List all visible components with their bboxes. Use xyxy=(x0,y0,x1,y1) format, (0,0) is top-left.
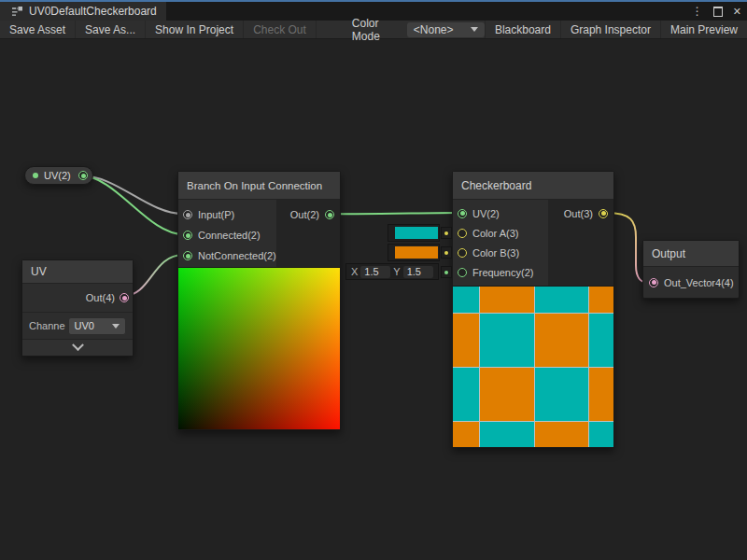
frequency-connector-chip xyxy=(441,266,452,278)
port-frequency[interactable] xyxy=(458,268,467,277)
checker-cell xyxy=(480,287,534,313)
channel-value: UV0 xyxy=(75,320,94,331)
port-label-out4: Out(4) xyxy=(86,292,115,303)
window-maximize-icon[interactable] xyxy=(713,7,723,17)
checkerboard-inputs: UV(2) Color A(3) Color B(3) Frequency(2) xyxy=(453,200,548,286)
checker-cell xyxy=(453,314,479,367)
port-label-frequency: Frequency(2) xyxy=(472,267,533,278)
node-uv[interactable]: UV Out(4) Channe UV0 xyxy=(21,259,134,357)
node-uv2-collapsed[interactable]: UV(2) xyxy=(24,166,93,185)
channel-dropdown[interactable]: UV0 xyxy=(68,317,126,335)
window-more-icon[interactable]: ⋮ xyxy=(692,6,703,17)
frequency-connector-dot xyxy=(444,271,448,274)
node-output-header[interactable]: Output xyxy=(643,241,739,267)
checker-cell xyxy=(453,287,479,313)
checker-cell xyxy=(453,422,479,447)
edge-uv2-to-connected[interactable] xyxy=(80,175,183,234)
port-label-color-b: Color B(3) xyxy=(472,247,519,259)
checker-cell xyxy=(589,422,613,447)
port-label-notconnected: NotConnected(2) xyxy=(198,250,276,261)
color-b-field[interactable] xyxy=(388,244,440,261)
save-asset-button[interactable]: Save Asset xyxy=(0,21,76,38)
checkerboard-input-row: Color A(3) xyxy=(453,223,548,243)
color-mode-dropdown[interactable]: <None> xyxy=(407,22,485,37)
port-input-p[interactable] xyxy=(183,210,192,219)
preview-state-dot xyxy=(33,173,38,178)
checkerboard-output-row: Out(3) xyxy=(564,203,608,223)
port-label-color-a: Color A(3) xyxy=(472,228,519,239)
checker-cell xyxy=(480,368,534,421)
main-preview-toggle-button[interactable]: Main Preview xyxy=(660,21,747,38)
branch-input-row: Connected(2) xyxy=(178,225,276,245)
port-color-b[interactable] xyxy=(458,248,467,258)
node-output[interactable]: Output Out_Vector4(4) xyxy=(642,240,740,299)
frequency-y-label: Y xyxy=(393,266,400,277)
checkerboard-input-row: UV(2) xyxy=(453,203,548,223)
checker-cell xyxy=(535,368,588,421)
blackboard-toggle-button[interactable]: Blackboard xyxy=(485,21,560,38)
node-uv-header[interactable]: UV xyxy=(22,260,133,284)
shader-graph-icon xyxy=(11,6,23,18)
node-uv-out-row: Out(4) xyxy=(22,284,133,312)
frequency-y-input[interactable] xyxy=(403,266,433,278)
color-b-connector-chip xyxy=(441,246,452,259)
edge-uv2-to-input[interactable] xyxy=(80,175,183,214)
node-checkerboard-header[interactable]: Checkerboard xyxy=(453,172,613,200)
color-a-swatch[interactable] xyxy=(395,227,438,239)
shader-graph-window: UV0DefaultCheckerboard ⋮ ✕ Save Asset Sa… xyxy=(0,0,747,560)
checkerboard-outputs: Out(3) xyxy=(548,200,613,286)
color-a-connector-chip xyxy=(441,227,452,239)
frequency-field: X Y xyxy=(345,263,439,280)
color-b-swatch[interactable] xyxy=(395,246,438,259)
checker-cell xyxy=(453,368,479,421)
dropdown-arrow-icon xyxy=(471,27,478,32)
edge-branchout-to-checkeruv[interactable] xyxy=(332,213,457,214)
graph-inspector-toggle-button[interactable]: Graph Inspector xyxy=(560,21,660,38)
port-label-out-vector4: Out_Vector4(4) xyxy=(664,277,734,288)
checker-cell xyxy=(589,368,613,421)
branch-outputs: Out(2) xyxy=(276,200,340,267)
save-as-button[interactable]: Save As... xyxy=(76,21,146,38)
port-label-out3: Out(3) xyxy=(564,208,593,219)
checker-cell xyxy=(589,287,613,313)
branch-inputs: Input(P) Connected(2) NotConnected(2) xyxy=(178,200,276,267)
branch-node-preview xyxy=(178,267,340,429)
port-color-a[interactable] xyxy=(458,229,467,238)
port-label-out2: Out(2) xyxy=(290,209,319,220)
toolbar-right-group: Blackboard Graph Inspector Main Preview xyxy=(485,21,747,38)
checkerboard-node-preview xyxy=(453,286,613,447)
port-branch-out2[interactable] xyxy=(325,210,334,219)
node-branch-header[interactable]: Branch On Input Connection xyxy=(178,172,340,200)
port-label-connected: Connected(2) xyxy=(198,230,261,241)
port-uv2-out[interactable] xyxy=(78,171,88,180)
port-uv-out4[interactable] xyxy=(120,293,129,302)
node-uv-collapse-strip[interactable] xyxy=(22,339,133,356)
node-branch-on-input-connection[interactable]: Branch On Input Connection Input(P) Conn… xyxy=(177,171,341,430)
color-b-connector-dot xyxy=(444,251,448,255)
dropdown-arrow-icon xyxy=(112,324,120,329)
node-uv2-collapsed-title: UV(2) xyxy=(44,170,71,181)
tab-title: UV0DefaultCheckerboard xyxy=(29,5,157,18)
checker-cell xyxy=(480,422,534,447)
port-label-uv2: UV(2) xyxy=(472,208,500,219)
port-out-vector4[interactable] xyxy=(649,278,658,287)
color-mode-label: Color Mode xyxy=(345,21,407,38)
frequency-x-label: X xyxy=(351,266,358,277)
checker-cell xyxy=(480,314,534,367)
port-connected[interactable] xyxy=(183,231,192,240)
window-close-icon[interactable]: ✕ xyxy=(733,7,741,17)
port-notconnected[interactable] xyxy=(183,251,192,260)
chevron-down-icon xyxy=(72,339,84,351)
tab-uv0defaultcheckerboard[interactable]: UV0DefaultCheckerboard xyxy=(0,2,166,21)
node-checkerboard[interactable]: Checkerboard UV(2) Color A(3) Color B(3) xyxy=(452,171,614,448)
color-a-field[interactable] xyxy=(388,224,440,242)
graph-toolbar: Save Asset Save As... Show In Project Ch… xyxy=(0,21,747,39)
checker-cell xyxy=(535,287,588,313)
port-checker-uv2[interactable] xyxy=(458,209,467,218)
port-checker-out3[interactable] xyxy=(599,209,608,218)
output-port-row: Out_Vector4(4) xyxy=(643,267,739,298)
check-out-button: Check Out xyxy=(244,21,317,38)
frequency-x-input[interactable] xyxy=(360,266,390,278)
checker-cell xyxy=(535,422,588,447)
show-in-project-button[interactable]: Show In Project xyxy=(146,21,244,38)
